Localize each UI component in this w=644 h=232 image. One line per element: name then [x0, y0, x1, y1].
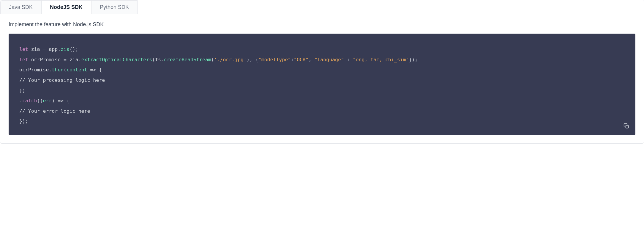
tab-content: Implement the feature with Node.js SDK l… — [0, 14, 644, 143]
code-line-3: ocrPromise.then(content => { — [19, 65, 625, 75]
tab-content-wrapper: Implement the feature with Node.js SDK l… — [0, 14, 644, 143]
code-line-2: let ocrPromise = zia.extractOpticalChara… — [19, 55, 625, 65]
code-block: let zia = app.zia(); let ocrPromise = zi… — [9, 34, 635, 135]
tab-java-sdk[interactable]: Java SDK — [0, 0, 41, 14]
sdk-panel: Java SDK NodeJS SDK Python SDK Implement… — [0, 0, 644, 144]
copy-button[interactable] — [622, 122, 631, 130]
tab-python-sdk[interactable]: Python SDK — [91, 0, 138, 14]
code-line-5: }) — [19, 86, 625, 96]
code-line-4: // Your processing logic here — [19, 75, 625, 86]
description-text: Implement the feature with Node.js SDK — [9, 21, 635, 28]
code-line-1: let zia = app.zia(); — [19, 44, 625, 55]
copy-icon — [624, 123, 629, 129]
code-line-6: .catch((err) => { — [19, 96, 625, 106]
svg-rect-0 — [626, 126, 629, 128]
code-line-8: }); — [19, 116, 625, 127]
code-line-7: // Your error logic here — [19, 106, 625, 117]
tab-nodejs-sdk[interactable]: NodeJS SDK — [41, 0, 91, 14]
tab-bar: Java SDK NodeJS SDK Python SDK — [0, 0, 644, 14]
